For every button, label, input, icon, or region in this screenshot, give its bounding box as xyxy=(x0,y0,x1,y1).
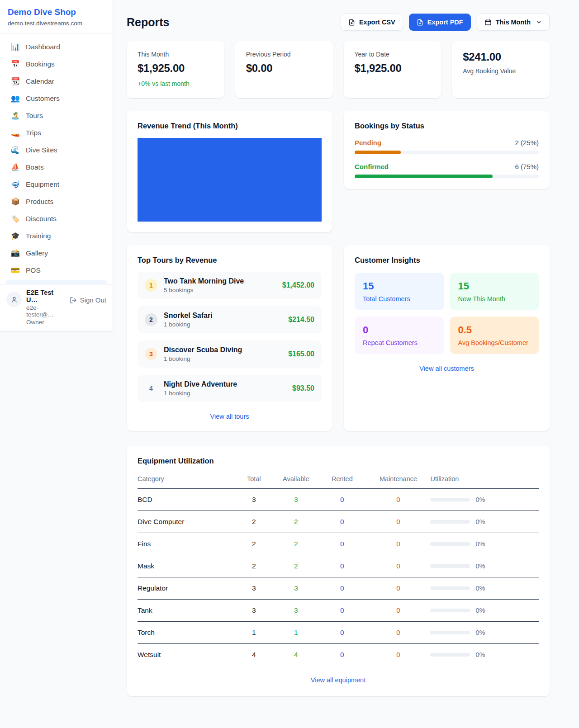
tour-revenue: $214.50 xyxy=(288,316,314,324)
calendar-icon xyxy=(484,19,492,26)
cell-total: 2 xyxy=(234,533,274,555)
cell-category: Tank xyxy=(138,600,234,622)
column-header: Available xyxy=(274,473,318,489)
sidebar-item-dashboard[interactable]: 📊 Dashboard xyxy=(5,38,107,56)
utilization-bar xyxy=(430,498,470,501)
sidebar-item-pos[interactable]: 💳 POS xyxy=(5,262,107,279)
file-download-icon xyxy=(348,19,355,26)
cell-total: 3 xyxy=(234,600,274,622)
cell-rented: 0 xyxy=(318,555,366,577)
user-role: Owner xyxy=(26,319,65,326)
utilization-bar xyxy=(430,542,470,546)
utilization-percent: 0% xyxy=(475,629,485,636)
utilization-percent: 0% xyxy=(475,607,485,614)
cell-rented: 0 xyxy=(318,489,366,511)
cell-maintenance: 0 xyxy=(366,622,431,644)
sidebar-item-trips[interactable]: 🚤 Trips xyxy=(5,124,107,142)
sidebar-item-tours[interactable]: 🏝️ Tours xyxy=(5,107,107,124)
charts-row: Revenue Trend (This Month) Bookings by S… xyxy=(127,111,550,232)
top-tours-title: Top Tours by Revenue xyxy=(138,256,322,265)
cell-maintenance: 0 xyxy=(366,511,431,533)
cell-rented: 0 xyxy=(318,533,366,555)
sidebar-item-label: Customers xyxy=(26,95,60,103)
table-row: Torch 1 1 0 0 0% xyxy=(138,622,539,644)
cell-category: Torch xyxy=(138,622,234,644)
cell-total: 2 xyxy=(234,511,274,533)
cell-total: 3 xyxy=(234,489,274,511)
sidebar-item-bookings[interactable]: 📅 Bookings xyxy=(5,56,107,73)
package-icon: 📦 xyxy=(11,198,20,205)
sidebar-item-training[interactable]: 🎓 Training xyxy=(5,227,107,245)
insights-row: Top Tours by Revenue 1 Two Tank Morning … xyxy=(127,245,550,431)
stat-value: $1,925.00 xyxy=(355,62,431,75)
sidebar-item-products[interactable]: 📦 Products xyxy=(5,193,107,210)
sidebar-item-equipment[interactable]: 🤿 Equipment xyxy=(5,176,107,193)
period-label: This Month xyxy=(496,19,531,26)
cell-maintenance: 0 xyxy=(366,577,431,600)
status-row-pending: Pending 2 (25%) xyxy=(355,139,539,154)
sidebar-item-gallery[interactable]: 📸 Gallery xyxy=(5,245,107,262)
table-row: Tank 3 3 0 0 0% xyxy=(138,600,539,622)
view-all-customers-link[interactable]: View all customers xyxy=(355,365,539,372)
export-pdf-label: Export PDF xyxy=(427,19,463,26)
island-icon: 🏝️ xyxy=(11,112,20,119)
view-all-equipment-link[interactable]: View all equipment xyxy=(138,676,539,684)
utilization-percent: 0% xyxy=(475,496,485,503)
cell-rented: 0 xyxy=(318,644,366,666)
insight-tile-total-customers: 15 Total Customers xyxy=(355,273,444,310)
bookings-by-status-title: Bookings by Status xyxy=(355,122,539,130)
stat-card-previous-period: Previous Period $0.00 xyxy=(235,41,333,98)
sign-out-button[interactable]: Sign Out xyxy=(70,296,106,304)
file-download-icon xyxy=(417,19,423,26)
customer-insights-title: Customer Insights xyxy=(355,256,539,265)
cell-available: 2 xyxy=(274,533,318,555)
page-header: Reports Export CSV Export PDF This Month xyxy=(127,14,550,31)
customers-icon: 👥 xyxy=(11,95,20,102)
stat-value: $241.00 xyxy=(463,51,539,63)
table-row: Regulator 3 3 0 0 0% xyxy=(138,577,539,600)
view-all-tours-link[interactable]: View all tours xyxy=(138,413,322,420)
shop-domain: demo.test.divestreams.com xyxy=(8,20,105,27)
cell-available: 4 xyxy=(274,644,318,666)
tour-name: Discover Scuba Diving xyxy=(164,346,282,354)
period-dropdown[interactable]: This Month xyxy=(477,14,550,31)
export-csv-button[interactable]: Export CSV xyxy=(341,14,403,31)
sidebar-item-label: Training xyxy=(26,232,51,240)
wave-icon: 🌊 xyxy=(11,147,20,154)
cell-maintenance: 0 xyxy=(366,600,431,622)
cell-rented: 0 xyxy=(318,577,366,600)
sidebar-item-dive-sites[interactable]: 🌊 Dive Sites xyxy=(5,142,107,159)
tour-name: Two Tank Morning Dive xyxy=(164,277,276,285)
tour-row: 4 Night Dive Adventure 1 booking $93.50 xyxy=(138,375,322,402)
cell-available: 2 xyxy=(274,555,318,577)
sidebar-item-discounts[interactable]: 🏷️ Discounts xyxy=(5,210,107,227)
cell-rented: 0 xyxy=(318,511,366,533)
sidebar-item-calendar[interactable]: 📆 Calendar xyxy=(5,73,107,90)
utilization-bar xyxy=(430,586,470,590)
user-info: E2E Test U… e2e-tester@… Owner xyxy=(26,289,65,326)
sidebar-item-customers[interactable]: 👥 Customers xyxy=(5,90,107,107)
sidebar-item-boats[interactable]: ⛵ Boats xyxy=(5,159,107,176)
tile-value: 0 xyxy=(363,324,436,336)
sidebar-item-label: Trips xyxy=(26,129,41,137)
speedboat-icon: 🚤 xyxy=(11,129,20,137)
page-title: Reports xyxy=(127,16,169,29)
tour-revenue: $1,452.00 xyxy=(282,281,314,289)
export-pdf-button[interactable]: Export PDF xyxy=(409,14,471,31)
status-count: 2 (25%) xyxy=(515,139,539,147)
sidebar-item-reports-partial[interactable] xyxy=(5,280,107,284)
utilization-bar xyxy=(430,520,470,524)
progress-track xyxy=(355,175,539,178)
equipment-utilization-title: Equipment Utilization xyxy=(138,457,539,465)
main-content: Reports Export CSV Export PDF This Month xyxy=(113,0,579,728)
export-csv-label: Export CSV xyxy=(359,19,395,26)
revenue-trend-title: Revenue Trend (This Month) xyxy=(138,122,322,130)
table-row: Fins 2 2 0 0 0% xyxy=(138,533,539,555)
bookings-calendar-icon: 📅 xyxy=(11,61,20,68)
user-name: E2E Test U… xyxy=(26,289,65,303)
rank-badge: 4 xyxy=(145,382,157,395)
diving-mask-icon: 🤿 xyxy=(11,181,20,188)
cell-maintenance: 0 xyxy=(366,644,431,666)
sidebar-nav: 📊 Dashboard 📅 Bookings 📆 Calendar 👥 Cust… xyxy=(0,34,113,284)
progress-fill xyxy=(355,175,493,178)
